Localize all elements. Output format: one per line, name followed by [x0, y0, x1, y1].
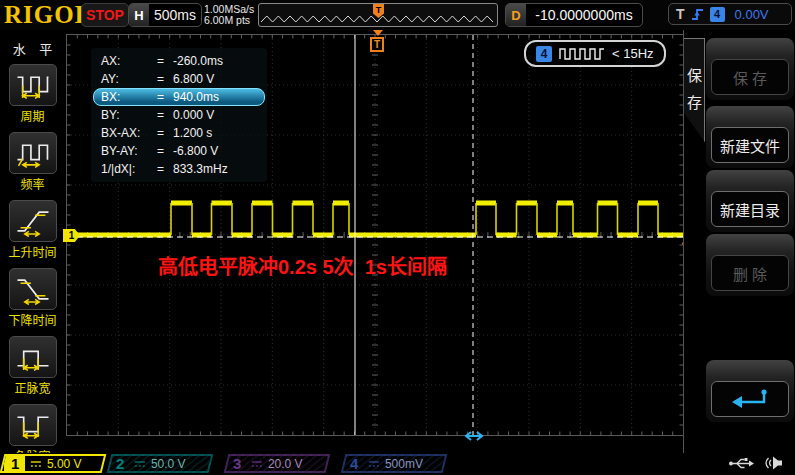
cursor-row-by: BY:=0.000 V [93, 106, 265, 124]
menu-button-save[interactable]: 保 存 [711, 59, 789, 95]
rising-edge-icon [691, 6, 704, 22]
cursor-row-value: 0.000 V [173, 108, 214, 122]
trigger-status[interactable]: T 4 0.00V [668, 3, 792, 25]
dc-coupling-icon [134, 459, 146, 469]
menu-item-new-directory[interactable]: 新建目录 [706, 170, 794, 232]
menu-tab-save: 保存 [684, 38, 705, 142]
menu-button-new-directory[interactable]: 新建目录 [711, 191, 789, 227]
waveform-display-area: AX:=-260.0msAY:=6.800 VBX:=940.0msBY:=0.… [66, 34, 684, 436]
cursor-row-value: 6.800 V [173, 72, 214, 86]
return-arrow-icon [728, 387, 772, 411]
frequency-counter-value: < 15Hz [612, 46, 654, 61]
sidebar-item-positive-pulse-width[interactable]: 正脉宽 [0, 336, 65, 396]
frequency-icon [14, 138, 52, 169]
timebase-control[interactable]: H 500ms [128, 3, 202, 27]
trigger-source-badge: 4 [710, 7, 725, 22]
horizontal-measure-sidebar: 水 平 周期频率上升时间下降时间正脉宽负脉宽 [0, 30, 65, 453]
equals-sign: = [157, 144, 173, 158]
sidebar-item-frequency[interactable]: 频率 [0, 132, 65, 192]
cursor-row-value: -6.800 V [173, 144, 218, 158]
cursor-row-value: 1.200 s [173, 126, 212, 140]
oscilloscope-screen: RIGOL STOP H 500ms 1.00MSa/s 6.00M pts T… [0, 0, 795, 475]
waveform-overview-strip[interactable]: T [258, 3, 498, 27]
rise-time-icon [14, 206, 52, 237]
cursor-row-value: -260.0ms [173, 54, 223, 68]
channel-3-status[interactable]: 3 20.0 V [224, 454, 331, 473]
menu-item-label: 新建文件 [720, 135, 780, 156]
cursor-row-value: 833.3mHz [173, 162, 228, 176]
channel-2-status[interactable]: 2 50.0 V [107, 454, 214, 473]
channel-scale: 20.0 V [268, 457, 303, 471]
menu-item-back[interactable] [706, 360, 794, 422]
trigger-position-marker[interactable]: T [370, 30, 386, 52]
channel-scale: 5.00 V [47, 457, 82, 471]
menu-item-label: 保 存 [733, 67, 767, 88]
equals-sign: = [157, 162, 173, 176]
delay-control[interactable]: D -10.0000000ms [505, 3, 643, 27]
cursor-b-handle[interactable] [464, 428, 484, 446]
sidebar-item-label: 上升时间 [8, 243, 56, 260]
sidebar-item-rise-time[interactable]: 上升时间 [0, 200, 65, 260]
channel-1-status[interactable]: 1 5.00 V [0, 454, 106, 473]
cursor-row-label: BX-AX: [101, 126, 157, 140]
top-status-bar: RIGOL STOP H 500ms 1.00MSa/s 6.00M pts T… [0, 0, 795, 30]
menu-item-save[interactable]: 保 存 [706, 38, 794, 100]
cursor-row-label: BY-AY: [101, 144, 157, 158]
run-state-indicator[interactable]: STOP [81, 3, 129, 27]
trigger-label: T [676, 6, 685, 22]
menu-panel: 保存 保 存新建文件新建目录删 除 [683, 30, 795, 453]
equals-sign: = [157, 126, 173, 140]
menu-button-new-file[interactable]: 新建文件 [711, 127, 789, 163]
menu-item-label: 删 除 [733, 263, 767, 284]
menu-button-back[interactable] [711, 381, 789, 417]
trigger-flag: T [370, 37, 384, 52]
speaker-icon [765, 456, 784, 470]
fall-time-icon [14, 274, 52, 305]
channel-scale: 50.0 V [151, 457, 186, 471]
acquisition-info: 1.00MSa/s 6.00M pts [204, 4, 254, 26]
sidebar-item-label: 频率 [20, 175, 44, 192]
cursor-row-label: AX: [101, 54, 157, 68]
cursor-row-label: BX: [101, 90, 157, 104]
status-icons [728, 456, 784, 470]
cursor-row-ay: AY:=6.800 V [93, 70, 265, 88]
sidebar-title: 水 平 [0, 39, 65, 58]
sidebar-item-fall-time[interactable]: 下降时间 [0, 268, 65, 328]
sidebar-item-period[interactable]: 周期 [0, 64, 65, 124]
memory-depth: 6.00M pts [204, 15, 254, 26]
delay-value: -10.0000000ms [526, 4, 642, 26]
dc-coupling-icon [251, 459, 263, 469]
menu-item-delete[interactable]: 删 除 [706, 234, 794, 296]
trigger-level-value: 0.00V [735, 7, 769, 22]
delay-label: D [506, 4, 526, 26]
brand-logo: RIGOL [4, 1, 92, 29]
sidebar-item-label: 下降时间 [8, 311, 56, 328]
down-arrow-icon [373, 30, 383, 36]
equals-sign: = [157, 108, 173, 122]
cursor-measurement-panel: AX:=-260.0msAY:=6.800 VBX:=940.0msBY:=0.… [91, 48, 267, 182]
channel-scale: 500mV [385, 457, 423, 471]
channel-number: 2 [111, 455, 129, 472]
equals-sign: = [157, 54, 173, 68]
cursor-row-label: AY: [101, 72, 157, 86]
cursor-row-bxax: BX-AX:=1.200 s [93, 124, 265, 142]
menu-button-delete[interactable]: 删 除 [711, 255, 789, 291]
channel-number: 3 [228, 455, 246, 472]
cursor-row-byay: BY-AY:=-6.800 V [93, 142, 265, 160]
cursor-row-label: BY: [101, 108, 157, 122]
menu-item-label: 新建目录 [720, 199, 780, 220]
cursor-row-label: 1/|dX|: [101, 162, 157, 176]
trigger-frequency-badge: 4 < 15Hz [524, 40, 666, 67]
cursor-row-dx: 1/|dX|:=833.3mHz [93, 160, 265, 178]
cursor-row-bx: BX:=940.0ms [93, 88, 265, 106]
period-icon [14, 70, 52, 101]
channel-4-status[interactable]: 4 500mV [341, 454, 448, 473]
cursor-row-value: 940.0ms [173, 90, 219, 104]
positive-pulse-width-icon [14, 342, 52, 373]
negative-pulse-width-icon [14, 410, 52, 441]
menu-item-new-file[interactable]: 新建文件 [706, 106, 794, 168]
dc-coupling-icon [368, 459, 380, 469]
sidebar-item-label: 正脉宽 [14, 379, 50, 396]
dc-coupling-icon [30, 459, 42, 469]
channel-4-badge: 4 [536, 46, 552, 62]
